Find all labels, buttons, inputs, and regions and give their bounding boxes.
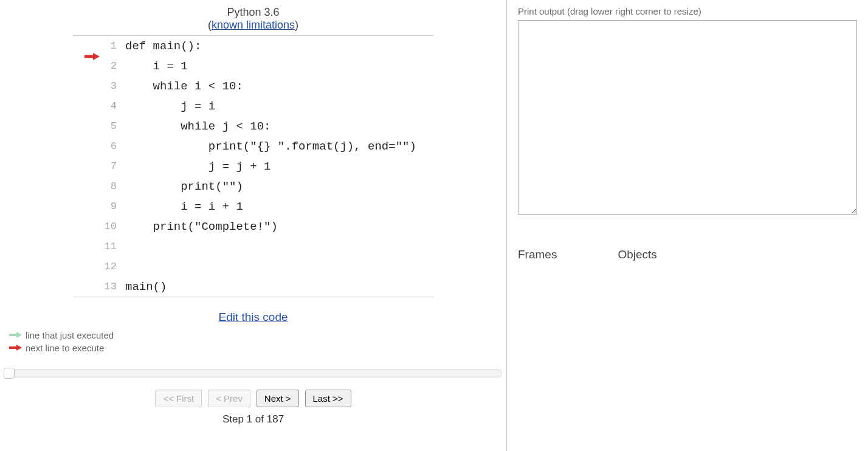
last-button[interactable]: Last >> [305,390,351,407]
code-text: print("{} ".format(j), end="") [122,140,416,153]
next-button[interactable]: Next > [257,390,299,407]
code-text: j = j + 1 [122,160,270,173]
first-button[interactable]: << First [155,390,202,407]
code-text: main() [122,280,167,294]
line-number: 6 [103,140,122,152]
code-text: while i < 10: [122,80,243,93]
code-line: 7 j = j + 1 [73,156,433,176]
header: Python 3.6 (known limitations) [0,6,506,32]
output-label: Print output (drag lower right corner to… [518,6,857,16]
code-line: 1def main(): [73,36,433,56]
line-number: 3 [103,80,122,92]
prev-button[interactable]: < Prev [208,390,250,407]
objects-heading: Objects [618,248,656,261]
code-text: print("") [122,180,243,193]
step-slider[interactable] [5,369,501,377]
line-number: 7 [103,160,122,172]
code-line: 8 print("") [73,176,433,196]
arrow-red-icon [9,343,22,353]
line-number: 10 [103,221,122,232]
code-line: 5 while j < 10: [73,116,433,136]
code-text: i = 1 [122,60,188,73]
code-pane: Python 3.6 (known limitations) 1def main… [0,0,507,451]
svg-marker-5 [16,345,22,351]
code-line: 11 [73,236,433,256]
code-line: 13main() [73,277,433,297]
line-number: 2 [103,60,122,72]
code-line: 3 while i < 10: [73,76,433,96]
code-text: i = i + 1 [122,200,243,213]
line-number: 5 [103,120,122,132]
known-limitations-link[interactable]: known limitations [212,19,295,31]
code-text: print("Complete!") [122,220,278,233]
line-number: 9 [103,201,122,212]
step-label: Step 1 of 187 [0,413,506,425]
code-line: 12 [73,256,433,277]
code-text: j = i [122,100,215,113]
line-number: 11 [103,241,122,252]
line-number: 1 [103,40,122,52]
code-text: while j < 10: [122,120,270,133]
code-listing: 1def main():2 i = 13 while i < 10:4 j = … [73,35,433,297]
code-line: 2 i = 1 [73,56,433,76]
arrow-green-icon [9,330,22,340]
line-number: 13 [103,281,122,292]
edit-code-link[interactable]: Edit this code [218,311,288,323]
code-text: def main(): [122,40,201,53]
legend-next-line: next line to execute [26,343,104,353]
code-line: 6 print("{} ".format(j), end="") [73,136,433,156]
line-number: 4 [103,100,122,112]
slider-thumb[interactable] [4,368,15,379]
line-number: 12 [103,261,122,272]
frames-heading: Frames [518,248,557,261]
line-number: 8 [103,181,122,192]
output-box[interactable] [518,20,857,215]
runtime-pane: Print output (drag lower right corner to… [507,0,868,451]
code-line: 9 i = i + 1 [73,196,433,216]
svg-marker-3 [16,332,22,338]
legend-just-executed: line that just executed [26,330,114,340]
legend: line that just executed next line to exe… [0,330,506,356]
step-controls: << First < Prev Next > Last >> [0,390,506,407]
code-line: 10 print("Complete!") [73,216,433,236]
language-label: Python 3.6 [0,6,506,19]
code-line: 4 j = i [73,96,433,116]
